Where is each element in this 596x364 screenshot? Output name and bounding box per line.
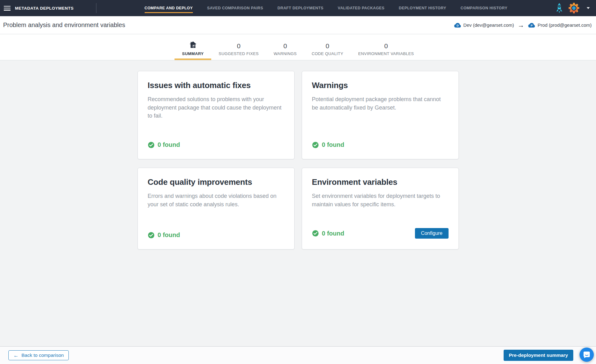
chat-bubble-icon xyxy=(583,351,590,358)
found-count-label: 0 found xyxy=(322,141,344,148)
house-search-icon xyxy=(189,41,197,50)
tab-label: ENVIRONMENT VARIABLES xyxy=(358,51,414,56)
source-org-label: Dev (dev@gearset.com) xyxy=(463,22,514,28)
navbar-menu: COMPARE AND DEPLOY SAVED COMPARISON PAIR… xyxy=(96,6,556,10)
card-title: Issues with automatic fixes xyxy=(148,81,284,90)
navbar-right xyxy=(556,2,590,14)
page-title: Problem analysis and environment variabl… xyxy=(3,21,125,29)
source-org: D Dev (dev@gearset.com) xyxy=(454,22,514,28)
analysis-tabbar: SUMMARY 0 SUGGESTED FIXES 0 WARNINGS 0 C… xyxy=(0,34,596,60)
tab-code-quality[interactable]: 0 CODE QUALITY xyxy=(304,34,351,60)
nav-item-draft-deployments[interactable]: DRAFT DEPLOYMENTS xyxy=(277,6,324,10)
tab-label: CODE QUALITY xyxy=(312,51,343,56)
footer-bar: ← Back to comparison Pre-deployment summ… xyxy=(0,346,596,364)
found-count-label: 0 found xyxy=(322,230,344,237)
nav-item-deployment-history[interactable]: DEPLOYMENT HISTORY xyxy=(399,6,446,10)
nav-item-compare-and-deploy[interactable]: COMPARE AND DEPLOY xyxy=(145,6,193,10)
navbar-left: METADATA DEPLOYMENTS xyxy=(4,6,74,11)
card-title: Code quality improvements xyxy=(148,177,284,187)
target-org: P Prod (prod@gearset.com) xyxy=(528,22,592,28)
status-found: 0 found xyxy=(312,141,344,148)
tab-label: SUGGESTED FIXES xyxy=(219,51,259,56)
tab-count: 0 xyxy=(283,43,287,49)
target-org-label: Prod (prod@gearset.com) xyxy=(538,22,592,28)
card-description: Set environment variables for deployment… xyxy=(312,192,449,208)
check-circle-icon xyxy=(312,230,319,237)
status-found: 0 found xyxy=(148,141,180,148)
summary-cards-grid: Issues with automatic fixes Recommended … xyxy=(137,71,459,250)
user-avatar-gear-icon[interactable] xyxy=(568,2,580,14)
check-circle-icon xyxy=(148,232,155,239)
card-description: Recommended solutions to problems with y… xyxy=(148,95,284,120)
source-cloud-icon: D xyxy=(454,22,461,28)
status-found: 0 found xyxy=(312,230,344,237)
svg-text:P: P xyxy=(531,24,533,27)
configure-button[interactable]: Configure xyxy=(415,228,448,239)
status-found: 0 found xyxy=(148,231,180,239)
top-navbar: METADATA DEPLOYMENTS COMPARE AND DEPLOY … xyxy=(0,0,596,16)
check-circle-icon xyxy=(148,142,155,148)
target-cloud-icon: P xyxy=(528,22,535,28)
back-button-label: Back to comparison xyxy=(21,352,64,358)
tab-label: WARNINGS xyxy=(274,51,297,56)
tab-warnings[interactable]: 0 WARNINGS xyxy=(266,34,304,60)
tab-count: 0 xyxy=(237,43,240,49)
arrow-right-icon: → xyxy=(518,22,524,28)
card-warnings: Warnings Potential deployment package pr… xyxy=(302,71,459,159)
tab-count: 0 xyxy=(384,43,388,49)
card-description: Potential deployment package problems th… xyxy=(312,95,449,112)
card-issues-with-automatic-fixes: Issues with automatic fixes Recommended … xyxy=(137,71,295,159)
found-count-label: 0 found xyxy=(158,231,180,239)
check-circle-icon xyxy=(312,142,319,148)
tab-environment-variables[interactable]: 0 ENVIRONMENT VARIABLES xyxy=(351,34,421,60)
svg-text:D: D xyxy=(456,24,459,27)
page-header: Problem analysis and environment variabl… xyxy=(0,16,596,34)
app-title: METADATA DEPLOYMENTS xyxy=(15,6,74,11)
org-pair: D Dev (dev@gearset.com) → P Prod (prod@g… xyxy=(454,22,592,28)
arrow-left-icon: ← xyxy=(13,353,19,358)
found-count-label: 0 found xyxy=(158,141,180,148)
tab-suggested-fixes[interactable]: 0 SUGGESTED FIXES xyxy=(211,34,266,60)
rocket-icon[interactable] xyxy=(556,3,563,13)
card-description: Errors and warnings about code violation… xyxy=(148,192,284,208)
chevron-down-icon[interactable] xyxy=(587,7,590,9)
nav-item-comparison-history[interactable]: COMPARISON HISTORY xyxy=(460,6,507,10)
tab-count: 0 xyxy=(326,43,329,49)
tab-summary[interactable]: SUMMARY xyxy=(175,34,211,60)
chat-launcher-button[interactable] xyxy=(580,348,594,362)
card-code-quality-improvements: Code quality improvements Errors and war… xyxy=(137,168,295,250)
card-title: Warnings xyxy=(312,81,449,90)
back-to-comparison-button[interactable]: ← Back to comparison xyxy=(8,350,69,360)
nav-item-saved-comparison-pairs[interactable]: SAVED COMPARISON PAIRS xyxy=(207,6,263,10)
tab-label: SUMMARY xyxy=(182,51,203,56)
pre-deployment-summary-button[interactable]: Pre-deployment summary xyxy=(504,350,573,361)
card-title: Environment variables xyxy=(312,177,449,187)
card-environment-variables: Environment variables Set environment va… xyxy=(302,168,459,250)
nav-item-validated-packages[interactable]: VALIDATED PACKAGES xyxy=(338,6,384,10)
hamburger-menu-icon[interactable] xyxy=(4,6,11,11)
summary-content: Issues with automatic fixes Recommended … xyxy=(0,60,596,250)
